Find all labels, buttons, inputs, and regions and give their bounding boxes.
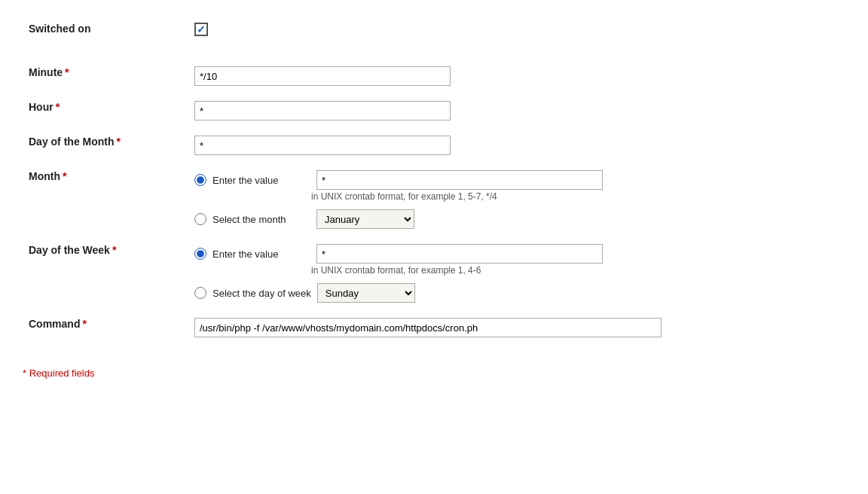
hour-label: Hour [29, 101, 53, 113]
month-select-radio[interactable] [194, 213, 206, 225]
switched-on-row: Switched on ✓ [23, 15, 845, 44]
day-of-month-input[interactable] [194, 136, 451, 155]
cron-form: Switched on ✓ Minute* Hour* Day of the M… [23, 15, 845, 345]
month-enter-label[interactable]: Enter the value [212, 175, 310, 186]
command-input[interactable] [194, 318, 662, 337]
command-required-star: * [82, 318, 86, 330]
month-enter-radio[interactable] [194, 174, 206, 186]
hour-row: Hour* [23, 93, 845, 128]
day-of-week-radio-group: Enter the value in UNIX crontab format, … [194, 244, 839, 303]
minute-row: Minute* [23, 59, 845, 93]
week-value-input[interactable] [316, 244, 603, 264]
command-row: Command* [23, 310, 845, 345]
month-value-input[interactable] [316, 170, 603, 190]
day-of-month-label: Day of the Month [29, 136, 115, 148]
week-enter-radio[interactable] [194, 248, 206, 260]
switched-on-label: Switched on [29, 23, 90, 35]
month-hint: in UNIX crontab format, for example 1, 5… [311, 191, 839, 202]
day-of-week-required-star: * [112, 244, 116, 256]
checkmark-icon: ✓ [197, 24, 206, 35]
required-fields-note: * Required fields [23, 360, 845, 379]
day-of-month-required-star: * [117, 136, 121, 148]
week-select-row: Select the day of week Sunday Monday Tue… [194, 283, 839, 303]
month-required-star: * [63, 170, 66, 182]
month-select-row: Select the month January February March … [194, 209, 839, 229]
day-of-month-row: Day of the Month* [23, 128, 845, 163]
hour-input[interactable] [194, 101, 451, 120]
month-radio-group: Enter the value in UNIX crontab format, … [194, 170, 839, 229]
day-of-week-label: Day of the Week [29, 244, 110, 256]
week-enter-label[interactable]: Enter the value [212, 249, 310, 260]
week-select-dropdown[interactable]: Sunday Monday Tuesday Wednesday Thursday… [317, 283, 415, 303]
week-hint: in UNIX crontab format, for example 1, 4… [311, 265, 839, 276]
hour-required-star: * [56, 101, 60, 113]
week-enter-value-row: Enter the value [194, 244, 839, 264]
minute-input[interactable] [194, 66, 451, 86]
month-row: Month* Enter the value in UNIX crontab f… [23, 163, 845, 236]
week-select-radio[interactable] [194, 287, 206, 299]
minute-label: Minute [29, 66, 63, 78]
command-label: Command [29, 318, 80, 330]
month-select-dropdown[interactable]: January February March April May June Ju… [316, 209, 414, 229]
month-select-label[interactable]: Select the month [212, 214, 310, 225]
day-of-week-row: Day of the Week* Enter the value in UNIX… [23, 236, 845, 310]
month-label: Month [29, 170, 60, 182]
minute-required-star: * [65, 66, 69, 78]
week-select-label[interactable]: Select the day of week [212, 288, 311, 299]
month-enter-value-row: Enter the value [194, 170, 839, 190]
switched-on-checkbox[interactable]: ✓ [194, 23, 208, 36]
